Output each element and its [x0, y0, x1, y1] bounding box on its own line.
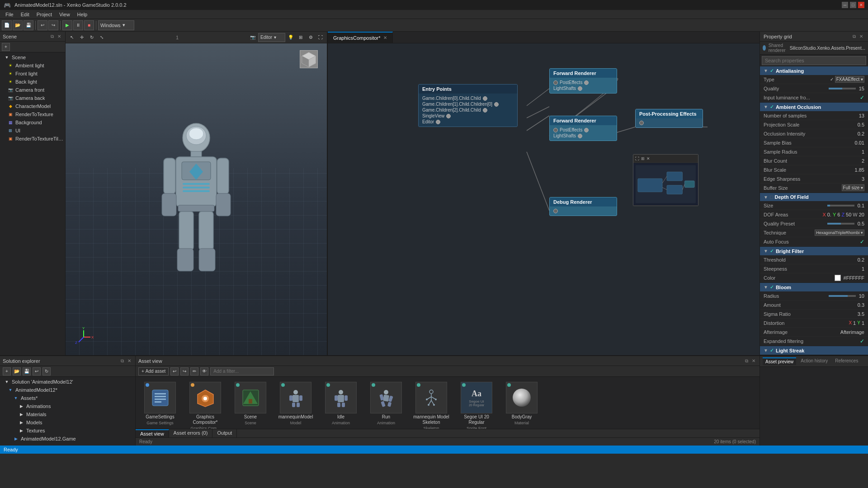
open-button[interactable]: 📂	[13, 20, 23, 30]
vp-fullscreen-btn[interactable]: ⛶	[316, 33, 325, 42]
se-close-btn[interactable]: ✕	[126, 358, 132, 364]
technique-dropdown[interactable]: HexagonalTripleRhombi ▾	[815, 230, 864, 236]
new-file-button[interactable]: 📄	[2, 20, 12, 30]
buffer-size-dropdown[interactable]: Full size ▾	[842, 184, 864, 191]
menu-project[interactable]: Project	[33, 11, 56, 18]
asset-idle[interactable]: Idle Animation	[319, 380, 363, 429]
tab-asset-view[interactable]: Asset view	[136, 429, 169, 437]
pause-button[interactable]: ⏸	[73, 20, 83, 30]
preview-expand[interactable]: ⛶	[635, 156, 639, 161]
vp-grid-btn[interactable]: ⊞	[296, 33, 305, 42]
dof-size-slider[interactable]	[827, 205, 854, 206]
asset-run[interactable]: Run Animation	[364, 380, 408, 429]
color-swatch[interactable]	[835, 275, 841, 281]
asset-font[interactable]: Aa Segoe UI 20 Regular Segoe UI 20 Regul…	[455, 380, 498, 429]
undo-button[interactable]: ↩	[38, 20, 47, 30]
forward-renderer-2-node[interactable]: Forward Renderer PostEffects LightShafts	[549, 116, 617, 141]
menu-edit[interactable]: Edit	[17, 11, 33, 18]
type-dropdown[interactable]: FXAAEffect ▾	[835, 76, 864, 83]
asset-mannequin[interactable]: mannequinModel Model	[274, 380, 317, 429]
sol-game[interactable]: ▶ AnimatedModel12.Game	[0, 435, 135, 443]
sol-assets[interactable]: ▼ Assets*	[0, 394, 135, 402]
tree-item-ambient[interactable]: ☀ Ambient light	[0, 61, 65, 70]
av-tool3[interactable]: ✏	[190, 367, 198, 375]
se-refresh-btn[interactable]: ↻	[42, 367, 51, 375]
av-float-btn[interactable]: ⧉	[743, 358, 750, 364]
editor-dropdown[interactable]: Editor▾	[258, 33, 285, 42]
se-save-btn[interactable]: 💾	[23, 367, 31, 375]
auto-focus-check[interactable]: ✓	[860, 239, 864, 245]
viewport-tool-rotate[interactable]: ↻	[87, 33, 96, 42]
quality-slider[interactable]	[829, 88, 856, 89]
maximize-button[interactable]: □	[850, 2, 856, 8]
tab-asset-errors[interactable]: Asset errors (0)	[169, 429, 213, 437]
viewport-camera-btn[interactable]: 📷	[248, 33, 257, 42]
viewport[interactable]: X Y Z	[66, 43, 327, 355]
tree-item-front-light[interactable]: ☀ Front light	[0, 70, 65, 78]
sol-materials[interactable]: ▶ Materials	[0, 410, 135, 418]
menu-help[interactable]: Help	[74, 11, 91, 18]
sol-animations[interactable]: ▶ Animations	[0, 402, 135, 410]
se-new-btn[interactable]: +	[3, 367, 11, 375]
graph-tab[interactable]: GraphicsCompositor* ✕	[328, 32, 393, 43]
expanded-filter-check[interactable]: ✓	[860, 338, 864, 344]
se-open-btn[interactable]: 📂	[13, 367, 21, 375]
vp-lighting-btn[interactable]: 💡	[286, 33, 295, 42]
platform-dropdown[interactable]: Windows▾	[98, 20, 134, 30]
dof-header[interactable]: ▼ □ Depth Of Field	[760, 193, 868, 201]
sol-textures[interactable]: ▶ Textures	[0, 427, 135, 435]
viewport-cube[interactable]	[300, 50, 318, 68]
preview-grid[interactable]: ⊞	[641, 156, 645, 161]
ls-header[interactable]: ▼ ✓ Light Streak	[760, 346, 868, 355]
sol-project[interactable]: ▼ AnimatedModel12*	[0, 386, 135, 394]
viewport-tool-select[interactable]: ↖	[67, 33, 76, 42]
tree-item-scene[interactable]: ▼ Scene	[0, 53, 65, 61]
add-entity-button[interactable]: +	[2, 43, 10, 51]
search-input[interactable]	[762, 56, 866, 65]
graph-canvas[interactable]: Entry Points Game.Children[0].Child.Chil…	[328, 43, 760, 355]
bloom-header[interactable]: ▼ ✓ Bloom	[760, 283, 868, 291]
antialiasing-header[interactable]: ▼ ✓ Antialiasing	[760, 66, 868, 75]
viewport-tool-scale[interactable]: ⤡	[97, 33, 106, 42]
prop-tab-refs[interactable]: References	[832, 357, 861, 365]
sol-models[interactable]: ▶ Models	[0, 418, 135, 427]
prop-close-btn[interactable]: ✕	[858, 33, 864, 40]
play-button[interactable]: ▶	[62, 20, 72, 30]
input-lum-check[interactable]: ✓	[860, 94, 864, 101]
bf-header[interactable]: ▼ ✓ Bright Filter	[760, 247, 868, 255]
se-undo-btn[interactable]: ↩	[33, 367, 41, 375]
menu-view[interactable]: View	[56, 11, 74, 18]
sol-root[interactable]: ▼ Solution 'AnimatedModel12'	[0, 378, 135, 386]
tree-item-render-texture[interactable]: ▣ RenderToTexture	[0, 110, 65, 118]
forward-renderer-1-node[interactable]: Forward Renderer PostEffects LightShafts	[549, 68, 617, 94]
tab-output[interactable]: Output	[212, 429, 237, 437]
scene-panel-close[interactable]: ✕	[56, 33, 62, 40]
asset-graphics-compositor[interactable]: Graphics Compositor* Graphics Com...	[184, 380, 227, 429]
entry-points-node[interactable]: Entry Points Game.Children[0].Child.Chil…	[418, 84, 518, 127]
asset-game-settings[interactable]: GameSettings Game Settings	[138, 380, 182, 429]
asset-skeleton[interactable]: mannequin Model Skeleton Skeleton	[410, 380, 453, 429]
av-close-btn[interactable]: ✕	[750, 358, 757, 364]
prop-float-btn[interactable]: ⧉	[851, 33, 857, 40]
tree-item-background[interactable]: ▦ Background	[0, 118, 65, 127]
tree-item-ui[interactable]: ⊞ UI	[0, 127, 65, 135]
tree-item-camera-back[interactable]: 📷 Camera back	[0, 94, 65, 102]
minimize-button[interactable]: ─	[842, 2, 848, 8]
menu-file[interactable]: File	[2, 11, 17, 18]
tree-item-back-light[interactable]: ☀ Back light	[0, 78, 65, 86]
tree-item-render-texture-tilted[interactable]: ▣ RenderToTextureTilted	[0, 135, 65, 143]
stop-button[interactable]: ■	[84, 20, 94, 30]
add-asset-button[interactable]: + Add asset	[138, 367, 169, 375]
av-tool1[interactable]: ↩	[170, 367, 179, 375]
preview-close[interactable]: ✕	[646, 156, 650, 161]
se-float-btn[interactable]: ⧉	[119, 358, 125, 364]
graph-tab-close[interactable]: ✕	[383, 35, 387, 40]
radius-slider[interactable]	[829, 295, 856, 297]
tree-item-camera-front[interactable]: 📷 Camera front	[0, 86, 65, 94]
quality-preset-slider[interactable]	[827, 223, 854, 225]
viewport-tool-move[interactable]: ✛	[77, 33, 86, 42]
save-button[interactable]: 💾	[24, 20, 33, 30]
asset-scene[interactable]: Scene Scene	[229, 380, 272, 429]
prop-tab-history[interactable]: Action history	[798, 357, 830, 365]
prop-tab-grid[interactable]: Asset preview	[763, 357, 796, 365]
